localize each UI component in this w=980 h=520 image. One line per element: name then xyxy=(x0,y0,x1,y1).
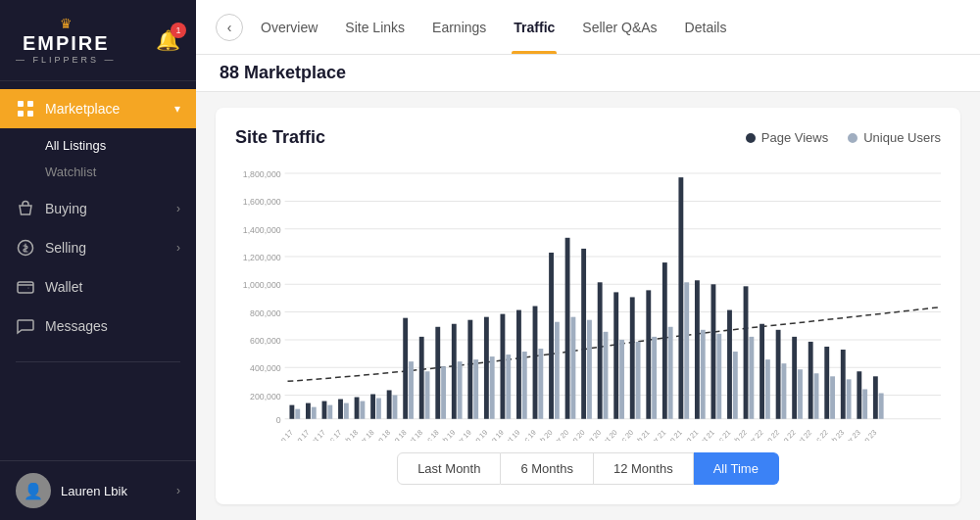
svg-rect-67 xyxy=(619,340,624,419)
svg-rect-61 xyxy=(570,317,575,419)
svg-text:800,000: 800,000 xyxy=(250,307,281,317)
svg-rect-26 xyxy=(289,405,294,419)
svg-rect-86 xyxy=(776,330,781,419)
all-listings-link[interactable]: All Listings xyxy=(45,132,196,159)
grid-icon xyxy=(16,99,35,118)
svg-rect-85 xyxy=(765,359,770,419)
svg-rect-89 xyxy=(798,369,803,419)
time-filters: Last Month 6 Months 12 Months All Time xyxy=(235,452,941,485)
svg-rect-77 xyxy=(701,330,706,419)
svg-rect-31 xyxy=(327,405,332,419)
svg-rect-41 xyxy=(409,361,414,419)
svg-rect-29 xyxy=(312,407,317,419)
svg-rect-53 xyxy=(506,355,511,419)
last-month-button[interactable]: Last Month xyxy=(397,452,501,485)
chart-svg: 1,800,000 1,600,000 1,400,000 1,200,000 … xyxy=(235,164,941,441)
logo-brand: EMPIRE xyxy=(16,33,117,53)
chart-legend: Page Views Unique Users xyxy=(746,130,941,145)
svg-rect-46 xyxy=(452,324,457,419)
selling-arrow: › xyxy=(176,241,180,255)
user-arrow-icon: › xyxy=(176,484,180,497)
svg-rect-52 xyxy=(500,314,505,419)
chart-body: 1,800,000 1,600,000 1,400,000 1,200,000 … xyxy=(235,164,941,441)
svg-rect-48 xyxy=(467,320,472,419)
svg-rect-57 xyxy=(538,349,543,419)
svg-rect-27 xyxy=(295,409,300,419)
all-time-button[interactable]: All Time xyxy=(694,452,779,485)
svg-rect-69 xyxy=(636,342,641,419)
notification-bell[interactable]: 🔔 1 xyxy=(156,28,180,52)
svg-rect-92 xyxy=(824,347,829,419)
svg-rect-35 xyxy=(360,402,365,419)
svg-rect-45 xyxy=(441,366,446,419)
marketplace-subnav: All Listings Watchlist xyxy=(0,128,196,189)
sidebar-divider xyxy=(16,361,180,362)
svg-rect-63 xyxy=(587,320,592,419)
svg-rect-66 xyxy=(613,292,618,418)
avatar: 👤 xyxy=(16,473,51,508)
svg-rect-44 xyxy=(435,327,440,419)
tab-overview[interactable]: Overview xyxy=(259,0,319,54)
legend-page-views: Page Views xyxy=(746,130,828,145)
svg-rect-51 xyxy=(490,356,495,419)
svg-text:1,000,000: 1,000,000 xyxy=(243,280,281,290)
logo-sub: — FLIPPERS — xyxy=(16,55,117,65)
svg-text:600,000: 600,000 xyxy=(250,336,281,346)
svg-rect-54 xyxy=(516,310,521,419)
svg-rect-73 xyxy=(668,327,673,419)
svg-rect-65 xyxy=(604,332,609,419)
six-months-button[interactable]: 6 Months xyxy=(501,452,593,485)
tab-earnings[interactable]: Earnings xyxy=(430,0,488,54)
tab-site-links[interactable]: Site Links xyxy=(343,0,407,54)
svg-rect-40 xyxy=(403,318,408,419)
svg-rect-68 xyxy=(630,297,635,418)
tab-seller-qas[interactable]: Seller Q&As xyxy=(580,0,659,54)
sidebar-item-wallet[interactable]: Wallet xyxy=(0,267,196,307)
buying-label: Buying xyxy=(45,201,176,216)
svg-rect-95 xyxy=(847,379,852,418)
wallet-label: Wallet xyxy=(45,279,180,295)
marketplace-label: Marketplace xyxy=(45,101,174,117)
selling-label: Selling xyxy=(45,240,176,256)
svg-rect-39 xyxy=(393,396,398,419)
wallet-icon xyxy=(16,277,35,297)
svg-rect-56 xyxy=(533,307,538,419)
svg-rect-97 xyxy=(862,389,867,418)
svg-rect-88 xyxy=(792,337,797,419)
user-area[interactable]: 👤 Lauren Lbik › xyxy=(0,460,196,520)
logo-area: ♛ EMPIRE — FLIPPERS — 🔔 1 xyxy=(0,0,196,81)
bag-icon xyxy=(16,199,35,218)
svg-rect-75 xyxy=(684,282,689,418)
svg-rect-70 xyxy=(646,290,651,418)
back-button[interactable]: ‹ xyxy=(216,14,243,41)
svg-rect-2 xyxy=(18,111,24,117)
tab-details[interactable]: Details xyxy=(683,0,729,54)
sidebar-item-buying[interactable]: Buying › xyxy=(0,189,196,228)
twelve-months-button[interactable]: 12 Months xyxy=(594,452,694,485)
sidebar-item-messages[interactable]: Messages xyxy=(0,307,196,346)
svg-text:200,000: 200,000 xyxy=(250,391,281,401)
svg-rect-55 xyxy=(522,352,527,419)
page-views-dot xyxy=(746,133,756,143)
svg-rect-83 xyxy=(749,337,754,419)
sidebar-item-marketplace[interactable]: Marketplace ▾ xyxy=(0,89,196,128)
page-views-label: Page Views xyxy=(761,130,828,145)
svg-rect-38 xyxy=(387,390,392,418)
svg-rect-36 xyxy=(370,394,375,418)
svg-rect-34 xyxy=(355,398,360,419)
svg-rect-96 xyxy=(857,371,861,419)
svg-rect-64 xyxy=(598,282,603,418)
svg-rect-71 xyxy=(652,337,657,419)
listing-name: 88 Marketplace xyxy=(220,63,346,82)
chart-container: Site Traffic Page Views Unique Users xyxy=(196,92,980,520)
svg-rect-3 xyxy=(27,111,33,117)
marketplace-arrow: ▾ xyxy=(174,102,180,116)
unique-users-label: Unique Users xyxy=(863,130,941,145)
messages-label: Messages xyxy=(45,318,180,334)
svg-rect-72 xyxy=(662,262,667,419)
watchlist-link[interactable]: Watchlist xyxy=(45,159,196,185)
tab-links: Overview Site Links Earnings Traffic Sel… xyxy=(259,0,728,54)
tab-traffic[interactable]: Traffic xyxy=(512,0,557,54)
sidebar-item-selling[interactable]: Selling › xyxy=(0,228,196,267)
chart-card: Site Traffic Page Views Unique Users xyxy=(216,108,960,504)
